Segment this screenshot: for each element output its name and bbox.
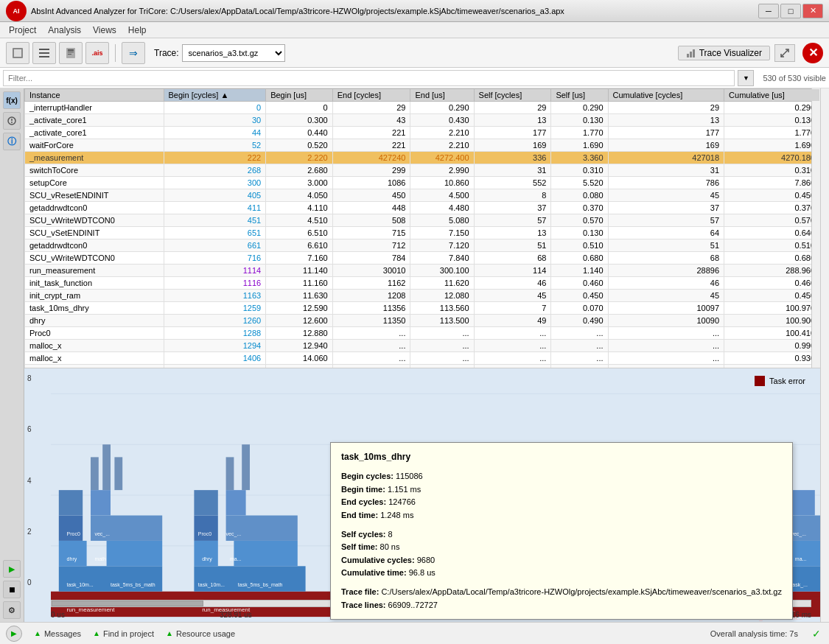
tooltip-cum-cycles-label: Cumulative cycles: (341, 556, 415, 564)
sidebar-fx-icon[interactable]: f(x) (3, 91, 21, 109)
sidebar-stop-icon[interactable]: ⏹ (3, 581, 21, 598)
table-row[interactable]: SCU_vSetENDINIT 651 6.510 715 7.150 13 0… (25, 227, 820, 239)
expand-button[interactable] (774, 44, 795, 62)
sidebar-config-icon[interactable]: ⚙ (3, 601, 21, 619)
cell-end-us: 2.210 (410, 127, 474, 139)
col-self-cycles[interactable]: Self [cycles] (474, 89, 551, 102)
col-end-us[interactable]: End [us] (410, 89, 474, 102)
svg-rect-1 (14, 49, 21, 57)
cell-end-cycles: 221 (332, 139, 410, 152)
table-row[interactable]: _interruptHandler 0 0 29 0.290 29 0.290 … (25, 102, 820, 114)
col-self-us[interactable]: Self [us] (551, 89, 608, 102)
table-row[interactable]: setupCore 300 3.000 1086 10.860 552 5.52… (25, 177, 820, 189)
trace-select[interactable]: scenarios_a3.txt.gz (182, 44, 285, 62)
cell-self-us: 0.680 (551, 252, 608, 265)
sidebar-tools-icon[interactable] (3, 112, 21, 130)
svg-text:dhry: dhry (67, 556, 77, 562)
tooltip-self-time-value: 80 ns (380, 542, 400, 551)
svg-text:vec_...: vec_... (94, 531, 110, 537)
table-row[interactable]: Proc0 1288 12.880 ... ... ... ... ... 10… (25, 327, 820, 340)
y-label-0: 0 (27, 578, 48, 587)
cell-self-cycles: 31 (474, 164, 551, 177)
cell-end-us: 2.990 (410, 164, 474, 177)
menu-analysis[interactable]: Analysis (42, 24, 87, 37)
table-row[interactable]: malloc_x 1294 12.940 ... ... ... ... ...… (25, 340, 820, 352)
table-row[interactable]: _activate_core1 44 0.440 221 2.210 177 1… (25, 127, 820, 139)
messages-triangle-icon: ▲ (34, 629, 41, 637)
svg-text:task_10m...: task_10m... (67, 582, 94, 588)
statusbar-find[interactable]: ▲ Find in project (93, 629, 154, 638)
trace-visualizer-button[interactable]: Trace Visualizer (678, 46, 770, 60)
cell-self-us: 0.130 (551, 114, 608, 127)
filter-dropdown[interactable]: ▼ (738, 70, 754, 86)
data-table: Instance Begin [cycles] ▲ Begin [us] End… (24, 88, 820, 368)
close-button[interactable]: ✕ (802, 4, 823, 18)
cell-self-us: 0.130 (551, 227, 608, 239)
table-scrollbar[interactable] (811, 88, 820, 368)
cell-cum-cycles: 29 (608, 102, 724, 114)
y-label-8: 8 (27, 374, 48, 382)
resource-label: Resource usage (176, 629, 235, 638)
table-row[interactable]: SCU_vWriteWDTCON0 451 4.510 508 5.080 57… (25, 214, 820, 227)
cell-instance: _activate_core1 (25, 114, 164, 127)
statusbar-resource[interactable]: ▲ Resource usage (166, 629, 235, 638)
minimize-button[interactable]: ─ (758, 4, 779, 18)
sidebar-info-icon[interactable]: ⓘ (3, 133, 21, 150)
cell-cum-cycles: 68 (608, 252, 724, 265)
table-row[interactable]: init_task_function 1116 11.160 1162 11.6… (25, 277, 820, 290)
table-row[interactable]: task_10ms_dhry 1259 12.590 11356 113.560… (25, 302, 820, 315)
cell-self-us: 3.360 (551, 152, 608, 164)
chart-scrollbar-vertical[interactable] (820, 88, 829, 622)
maximize-button[interactable]: □ (780, 4, 801, 18)
table-row[interactable]: init_crypt_ram 1163 11.630 1208 12.080 4… (25, 290, 820, 302)
cell-begin-cycles: 30 (164, 114, 266, 127)
toolbar-btn-ais[interactable]: .ais (85, 42, 109, 64)
cell-end-us: 7.120 (410, 239, 474, 252)
svg-rect-6 (68, 49, 74, 51)
table-row[interactable]: _measurement 222 2.220 427240 4272.400 3… (25, 152, 820, 164)
svg-text:dhry: dhry (202, 556, 212, 562)
cell-self-cycles: 29 (474, 102, 551, 114)
toolbar-btn-arrow[interactable]: ⇒ (122, 42, 145, 64)
sidebar-play-icon[interactable]: ▶ (3, 560, 21, 578)
table-area[interactable]: Instance Begin [cycles] ▲ Begin [us] End… (24, 88, 820, 368)
table-row[interactable]: dhry 1260 12.600 11350 113.500 49 0.490 … (25, 315, 820, 327)
table-row[interactable]: run_measurement 1114 11.140 30010 300.10… (25, 265, 820, 277)
toolbar-btn-2[interactable] (32, 42, 56, 64)
col-instance[interactable]: Instance (25, 89, 164, 102)
tooltip-trace-lines-value: 66909..72727 (388, 601, 438, 609)
cell-cum-cycles: 13 (608, 114, 724, 127)
menu-project[interactable]: Project (3, 24, 42, 37)
toolbar-btn-3[interactable] (59, 42, 83, 64)
titlebar-controls: ─ □ ✕ (758, 4, 823, 18)
table-row[interactable]: getaddrwdtcon0 411 4.110 448 4.480 37 0.… (25, 202, 820, 214)
table-row[interactable]: malloc_x 1406 14.060 ... ... ... ... ...… (25, 352, 820, 365)
table-row[interactable]: switchToCore 268 2.680 299 2.990 31 0.31… (25, 164, 820, 177)
filter-input[interactable] (3, 70, 735, 86)
table-row[interactable]: SCU_vWriteWDTCON0 716 7.160 784 7.840 68… (25, 252, 820, 265)
close-red-button[interactable]: ✕ (802, 43, 823, 63)
table-row[interactable]: waitForCore 52 0.520 221 2.210 169 1.690… (25, 139, 820, 152)
col-begin-us[interactable]: Begin [us] (266, 89, 333, 102)
col-cum-cycles[interactable]: Cumulative [cycles] (608, 89, 724, 102)
tooltip-begin-time-label: Begin time: (341, 485, 385, 494)
statusbar-play-button[interactable]: ▶ (6, 626, 22, 642)
cell-end-us: 7.840 (410, 252, 474, 265)
col-cum-us[interactable]: Cumulative [us] (724, 89, 820, 102)
cell-cum-cycles: 10090 (608, 315, 724, 327)
toolbar-btn-1[interactable] (6, 42, 29, 64)
x-label-1: 328.91 us (220, 611, 252, 619)
cell-self-us: 0.570 (551, 214, 608, 227)
col-begin-cycles[interactable]: Begin [cycles] ▲ (164, 89, 266, 102)
cell-begin-cycles: 222 (164, 152, 266, 164)
cell-end-cycles: 1086 (332, 177, 410, 189)
table-row[interactable]: _activate_core1 30 0.300 43 0.430 13 0.1… (25, 114, 820, 127)
statusbar-messages[interactable]: ▲ Messages (34, 629, 81, 638)
tooltip-trace-file-value: C:/Users/alex/AppData/Local/Temp/a3trico… (381, 587, 782, 596)
col-end-cycles[interactable]: End [cycles] (332, 89, 410, 102)
table-row[interactable]: SCU_vResetENDINIT 405 4.050 450 4.500 8 … (25, 189, 820, 202)
menu-help[interactable]: Help (122, 24, 153, 37)
table-row[interactable]: getaddrwdtcon0 661 6.610 712 7.120 51 0.… (25, 239, 820, 252)
menu-views[interactable]: Views (87, 24, 122, 37)
cell-begin-cycles: 661 (164, 239, 266, 252)
